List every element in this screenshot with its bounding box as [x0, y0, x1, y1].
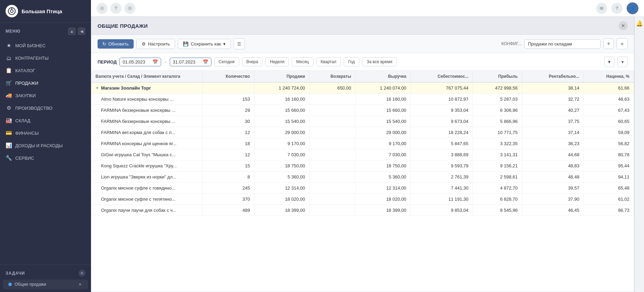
- task-item-sales[interactable]: Общие продажи ✕: [3, 280, 88, 289]
- table-row[interactable]: Almo Nature консервы консервы ... 153 16…: [91, 94, 634, 105]
- cell-revenue: 29 000,00: [356, 127, 411, 138]
- back-btn[interactable]: [97, 3, 108, 14]
- cell-qty: 30: [202, 116, 254, 127]
- sidebar-item-contractors[interactable]: 🗂 КОНТРАГЕНТЫ: [0, 52, 91, 64]
- save-label: Сохранить как: [191, 41, 221, 47]
- settings-btn[interactable]: [124, 3, 135, 14]
- cell-revenue: 12 314,00: [356, 183, 411, 194]
- cell-cost: 18 228,24: [411, 127, 473, 138]
- notification-bell[interactable]: 🔔: [636, 20, 643, 27]
- sidebar: Большая Птица МЕНЮ ▲ ◀ ★ МОЙ БИЗНЕС 🗂 КО…: [0, 0, 91, 292]
- tasks-close-btn[interactable]: ✕: [78, 270, 85, 277]
- task-label: Общие продажи: [15, 282, 74, 287]
- sidebar-item-label: ДОХОДЫ И РАСХОДЫ: [15, 143, 63, 148]
- user-avatar[interactable]: 👤: [627, 2, 638, 14]
- sidebar-item-sales[interactable]: 🛒 ПРОДАЖИ: [0, 77, 91, 89]
- expand-btn[interactable]: ▾: [617, 57, 628, 67]
- task-dot: [8, 283, 12, 286]
- table-row[interactable]: Organix мясное суфле с телятино... 370 1…: [91, 194, 634, 205]
- table-row[interactable]: Lion игрушка "Зверек из норки" дл... 8 5…: [91, 172, 634, 183]
- cell-returns: [309, 194, 356, 205]
- cell-margin: 36,23: [522, 138, 584, 149]
- sidebar-item-label: КОНТРАГЕНТЫ: [15, 56, 49, 61]
- table-row[interactable]: GiGwi игрушка Cat Toys "Мышка с... 12 7 …: [91, 149, 634, 160]
- table-row[interactable]: Kong Squezz Crackle игрушка "Хру... 15 1…: [91, 160, 634, 172]
- table-row[interactable]: Organix мясное суфле с говядино... 245 1…: [91, 183, 634, 194]
- cell-name: Kong Squezz Crackle игрушка "Хру...: [91, 160, 202, 172]
- cell-revenue: 18 020,00: [356, 194, 411, 205]
- calendar-to-icon[interactable]: 📅: [203, 59, 208, 65]
- app-logo[interactable]: [6, 5, 18, 17]
- cell-markup: 61,02: [584, 194, 634, 205]
- table-row[interactable]: ▼ Магазин Зоолайн Торг 1 240 724,00 650,…: [91, 82, 634, 94]
- cell-cost: 7 441,30: [411, 183, 473, 194]
- menu-arrow-btn[interactable]: ◀: [78, 27, 85, 35]
- cell-revenue: 1 240 074,00: [356, 82, 411, 94]
- topbar-help-btn[interactable]: ?: [611, 3, 622, 14]
- menu-button[interactable]: ☰: [234, 38, 245, 49]
- table-row[interactable]: FARMINA беззерновые консервы ... 29 15 6…: [91, 105, 634, 116]
- table-row[interactable]: Organix паучи паучи для собак с ч... 489…: [91, 205, 634, 216]
- table-row[interactable]: FARMINA беззерновые консервы ... 30 15 5…: [91, 116, 634, 127]
- cell-markup: 95,44: [584, 160, 634, 172]
- cell-profit: 10 771,75: [473, 127, 522, 138]
- chevron-down-icon: ▾: [621, 59, 624, 65]
- sidebar-item-my-business[interactable]: ★ МОЙ БИЗНЕС: [0, 39, 91, 52]
- filter-btn[interactable]: ▼: [604, 57, 614, 67]
- table-row[interactable]: FARMINA консервы для щенков яг... 18 9 1…: [91, 138, 634, 149]
- cell-markup: 86,73: [584, 205, 634, 216]
- refresh-label: Обновить: [108, 41, 129, 47]
- tasks-title: ЗАДАЧИ: [6, 271, 25, 276]
- cell-margin: 39,57: [522, 183, 584, 194]
- config-input[interactable]: [524, 39, 601, 49]
- period-btn-week[interactable]: Неделя: [265, 57, 289, 66]
- cell-name: GiGwi игрушка Cat Toys "Мышка с...: [91, 149, 202, 160]
- help-btn[interactable]: ?: [110, 3, 122, 14]
- cell-profit: 6 828,70: [473, 194, 522, 205]
- cell-markup: 59,09: [584, 127, 634, 138]
- table-body: ▼ Магазин Зоолайн Торг 1 240 724,00 650,…: [91, 82, 634, 216]
- period-btn-quarter[interactable]: Квартал: [316, 57, 341, 66]
- table-row[interactable]: FARMINA вет.корма для собак с п... 12 29…: [91, 127, 634, 138]
- warehouse-icon: 🏭: [6, 117, 12, 124]
- sidebar-item-label: ФИНАНСЫ: [15, 131, 39, 136]
- sidebar-item-warehouse[interactable]: 🏭 СКЛАД: [0, 114, 91, 127]
- task-remove-btn[interactable]: ✕: [77, 282, 83, 287]
- col-revenue: Выручка: [356, 71, 411, 82]
- menu-controls: ▲ ◀: [68, 27, 85, 35]
- cell-returns: [309, 160, 356, 172]
- period-btn-month[interactable]: Месяц: [292, 57, 313, 66]
- settings-button[interactable]: ⚙ Настроить: [136, 39, 175, 49]
- mail-btn[interactable]: ✉: [596, 3, 607, 14]
- sidebar-item-service[interactable]: 🔧 СЕРВИС: [0, 152, 91, 164]
- sidebar-item-production[interactable]: ⚙ ПРОИЗВОДСТВО: [0, 102, 91, 114]
- sidebar-item-catalog[interactable]: 📋 КАТАЛОГ: [0, 64, 91, 77]
- sidebar-item-finance[interactable]: 💳 ФИНАНСЫ: [0, 127, 91, 139]
- menu-collapse-btn[interactable]: ▲: [68, 27, 76, 35]
- add-config-btn[interactable]: +: [603, 39, 614, 49]
- period-btn-year[interactable]: Год: [344, 57, 359, 66]
- date-from-input[interactable]: [123, 59, 150, 65]
- calendar-from-icon[interactable]: 📅: [152, 59, 158, 65]
- sidebar-item-purchases[interactable]: 🚚 ЗАКУПКИ: [0, 89, 91, 102]
- cell-qty: 15: [202, 160, 254, 172]
- report-toolbar: ↻ Обновить ⚙ Настроить 💾 Сохранить как ▾…: [91, 35, 634, 53]
- settings-label: Настроить: [148, 41, 170, 47]
- menu-icon: ☰: [237, 41, 241, 47]
- cell-returns: [309, 116, 356, 127]
- collapse-icon[interactable]: ▼: [95, 86, 99, 90]
- sidebar-item-income-expenses[interactable]: 📊 ДОХОДЫ И РАСХОДЫ: [0, 139, 91, 152]
- save-as-button[interactable]: 💾 Сохранить как ▾: [178, 39, 231, 49]
- config-list-btn[interactable]: ≡: [617, 38, 628, 49]
- cell-revenue: 15 660,00: [356, 105, 411, 116]
- cell-markup: 60,65: [584, 116, 634, 127]
- help-circle-icon: ?: [616, 6, 618, 11]
- refresh-button[interactable]: ↻ Обновить: [98, 39, 134, 49]
- period-btn-yesterday[interactable]: Вчера: [242, 57, 263, 66]
- cell-name: Organix мясное суфле с телятино...: [91, 194, 202, 205]
- period-btn-today[interactable]: Сегодня: [214, 57, 239, 66]
- report-table: Валюта учета / Склад / Элемент каталога …: [91, 71, 634, 216]
- date-to-input[interactable]: [173, 59, 201, 65]
- period-btn-alltime[interactable]: За все время: [362, 57, 397, 66]
- report-close-btn[interactable]: ✕: [619, 21, 628, 30]
